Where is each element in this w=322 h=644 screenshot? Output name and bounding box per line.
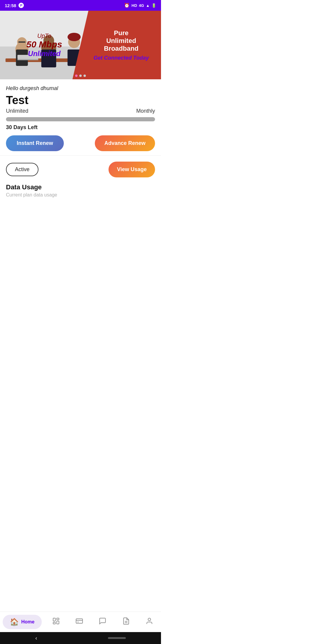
greeting-text: Hello durgesh dhumal (6, 85, 155, 92)
network-label: 4G (139, 3, 144, 8)
banner-pure-label: Pure (114, 29, 129, 37)
plan-row: Unlimited Monthly (6, 108, 155, 114)
data-usage-title: Data Usage (6, 183, 155, 191)
data-usage-subtitle: Current plan data usage (6, 192, 155, 198)
banner-speed-label: 50 Mbps (26, 39, 62, 49)
plan-type: Unlimited (6, 108, 28, 114)
account-section: Hello durgesh dhumal Test Unlimited Mont… (0, 79, 161, 156)
instant-renew-button[interactable]: Instant Renew (6, 135, 64, 151)
banner-upto-label: UpTo (26, 32, 62, 39)
status-right: ⏰ HD 4G ▲ 🔋 (124, 3, 156, 8)
p-icon: P (18, 3, 24, 8)
signal-icon: ▲ (146, 3, 150, 8)
status-row: Active View Usage (6, 162, 155, 177)
banner-broadband-label: Broadband (104, 45, 138, 52)
status-time: 12:58 (5, 3, 16, 8)
status-bar: 12:58 P ⏰ HD 4G ▲ 🔋 (0, 0, 161, 11)
banner-unlimited-right-label: Unlimited (106, 37, 136, 45)
dot-2 (79, 75, 82, 77)
dot-1 (75, 75, 78, 77)
alarm-icon: ⏰ (124, 3, 130, 8)
plan-period: Monthly (136, 108, 155, 114)
hd-badge: HD (131, 3, 137, 8)
status-section: Active View Usage Data Usage Current pla… (0, 156, 161, 201)
banner-dots (75, 75, 86, 77)
battery-icon: 🔋 (151, 3, 156, 8)
advance-renew-button[interactable]: Advance Renew (95, 135, 155, 151)
data-progress-bar (6, 117, 155, 121)
view-usage-button[interactable]: View Usage (109, 162, 155, 177)
banner-connect-label: Get Connected Today (94, 55, 149, 61)
data-progress-fill (6, 117, 155, 121)
active-badge[interactable]: Active (6, 163, 38, 176)
banner-unlimited-left-label: Unlimited (26, 49, 62, 58)
promo-banner: UpTo 50 Mbps Unlimited Pure Unlimited Br… (0, 11, 161, 79)
svg-rect-6 (18, 41, 26, 43)
status-left: 12:58 P (5, 3, 24, 8)
svg-rect-14 (18, 59, 38, 60)
svg-point-11 (68, 33, 81, 41)
plan-name: Test (6, 94, 155, 107)
action-buttons-row: Instant Renew Advance Renew (6, 135, 155, 151)
days-left: 30 Days Left (6, 124, 155, 131)
dot-3 (83, 75, 86, 77)
